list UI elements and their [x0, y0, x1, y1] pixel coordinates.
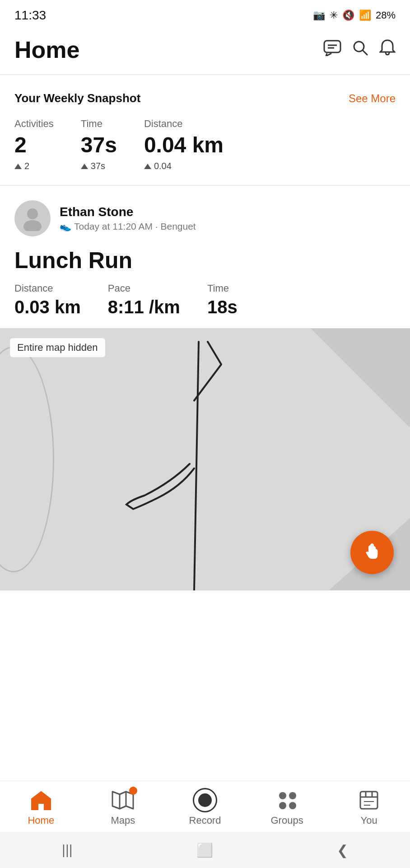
wifi-icon: 📶	[359, 9, 371, 21]
shoe-icon: 👟	[60, 221, 71, 232]
nav-home-icon-wrap	[28, 788, 54, 812]
nav-item-home[interactable]: Home	[14, 788, 68, 826]
nav-item-groups[interactable]: Groups	[260, 788, 314, 826]
stat-distance-label: Distance	[144, 118, 224, 130]
mute-icon: 🔇	[342, 9, 354, 21]
back-button[interactable]: ❮	[337, 842, 348, 858]
svg-point-5	[27, 208, 38, 219]
search-icon[interactable]	[352, 40, 368, 60]
user-info: Ethan Stone 👟 Today at 11:20 AM · Bengue…	[14, 200, 396, 236]
nav-item-maps[interactable]: Maps	[96, 788, 150, 826]
battery-icon: 28%	[376, 9, 396, 21]
home-button[interactable]: ⬜	[196, 842, 213, 858]
svg-point-6	[23, 220, 42, 231]
stat-distance-value: 0.04 km	[144, 132, 224, 157]
activity-card: Ethan Stone 👟 Today at 11:20 AM · Bengue…	[0, 186, 410, 317]
activity-time-label: Time	[207, 283, 238, 294]
arrow-up-icon	[144, 164, 151, 169]
map-area: Entire map hidden	[0, 328, 410, 590]
user-name: Ethan Stone	[60, 205, 196, 219]
chat-icon[interactable]	[323, 40, 341, 60]
nav-you-icon-wrap	[356, 788, 382, 812]
nav-item-you[interactable]: You	[342, 788, 396, 826]
camera-icon: 📷	[313, 9, 325, 21]
header-icons	[323, 39, 396, 61]
arrow-up-icon	[14, 164, 22, 169]
stat-time-label: Time	[81, 118, 117, 130]
map-fab-button[interactable]	[350, 531, 394, 574]
activity-stat-pace: Pace 8:11 /km	[108, 283, 180, 317]
avatar	[14, 200, 51, 236]
nav-record-label: Record	[189, 815, 221, 826]
status-time: 11:33	[14, 8, 46, 23]
stat-time-value: 37s	[81, 132, 117, 157]
home-icon	[30, 790, 52, 811]
stat-time-change: 37s	[81, 161, 117, 171]
recent-apps-button[interactable]: |||	[62, 842, 72, 858]
weekly-snapshot-section: Your Weekly Snapshot See More Activities…	[0, 75, 410, 185]
activity-time-value: 18s	[207, 297, 238, 317]
svg-rect-0	[324, 41, 340, 52]
nav-home-label: Home	[28, 815, 54, 826]
groups-icon	[277, 790, 297, 810]
nav-item-record[interactable]: Record	[178, 788, 232, 826]
svg-rect-10	[360, 792, 377, 809]
nav-maps-icon-wrap	[110, 788, 135, 812]
status-bar: 11:33 📷 ✳ 🔇 📶 28%	[0, 0, 410, 27]
gesture-bar: ||| ⬜ ❮	[0, 832, 410, 868]
bottom-nav: Home Maps Record	[0, 781, 410, 832]
maps-badge	[129, 787, 137, 795]
activity-stat-distance: Distance 0.03 km	[14, 283, 81, 317]
snapshot-title: Your Weekly Snapshot	[14, 91, 140, 105]
snapshot-stats: Activities 2 2 Time 37s 37s Distance 0.0…	[14, 118, 396, 171]
stat-activities-value: 2	[14, 132, 54, 157]
nav-maps-label: Maps	[111, 815, 135, 826]
activity-stats: Distance 0.03 km Pace 8:11 /km Time 18s	[14, 283, 396, 317]
nav-record-icon-wrap	[192, 788, 218, 812]
nav-groups-label: Groups	[271, 815, 303, 826]
header: Home	[0, 27, 410, 74]
stat-distance-change: 0.04	[144, 161, 224, 171]
user-meta: 👟 Today at 11:20 AM · Benguet	[60, 221, 196, 232]
activity-pace-value: 8:11 /km	[108, 297, 180, 317]
bluetooth-icon: ✳	[330, 9, 338, 21]
svg-marker-7	[112, 792, 133, 809]
activity-distance-value: 0.03 km	[14, 297, 81, 317]
status-icons: 📷 ✳ 🔇 📶 28%	[313, 9, 396, 21]
user-details: Ethan Stone 👟 Today at 11:20 AM · Bengue…	[60, 205, 196, 232]
activity-title: Lunch Run	[14, 247, 396, 274]
record-icon	[193, 788, 217, 812]
activity-stat-time: Time 18s	[207, 283, 238, 317]
nav-you-label: You	[361, 815, 377, 826]
stat-activities: Activities 2 2	[14, 118, 54, 171]
stat-activities-change: 2	[14, 161, 54, 171]
map-hidden-label: Entire map hidden	[10, 338, 105, 357]
stat-activities-label: Activities	[14, 118, 54, 130]
activity-distance-label: Distance	[14, 283, 81, 294]
snapshot-header: Your Weekly Snapshot See More	[14, 91, 396, 105]
you-icon	[358, 790, 380, 811]
route-svg	[0, 328, 410, 590]
page-title: Home	[14, 36, 79, 63]
arrow-up-icon	[81, 164, 88, 169]
svg-line-4	[363, 50, 367, 55]
nav-groups-icon-wrap	[275, 788, 300, 812]
see-more-link[interactable]: See More	[349, 92, 396, 105]
notification-icon[interactable]	[379, 39, 396, 61]
record-dot	[198, 793, 212, 807]
activity-pace-label: Pace	[108, 283, 180, 294]
stat-distance: Distance 0.04 km 0.04	[144, 118, 224, 171]
stat-time: Time 37s 37s	[81, 118, 117, 171]
